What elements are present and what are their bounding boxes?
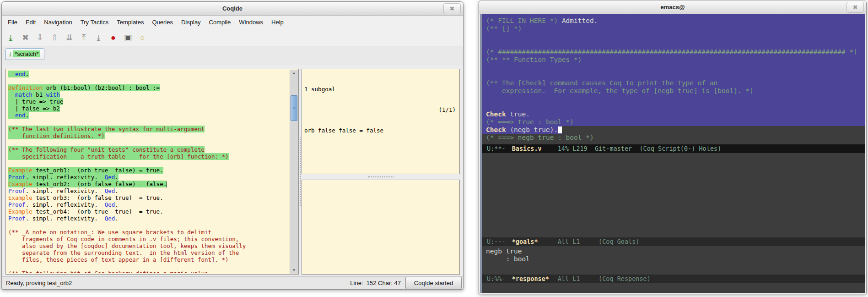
emacs-line[interactable]: ▸(* ===> negb true : bool *) — [482, 134, 865, 142]
menu-compile[interactable]: Compile — [205, 16, 235, 28]
code-line[interactable]: Example test_orb1: (orb true false) = tr… — [8, 167, 289, 174]
scrollbar-down-icon[interactable]: ▼ — [290, 267, 298, 274]
code-line[interactable]: (** _A note on notation_: We use square … — [8, 229, 289, 236]
desktop: { "coqide": { "title": "CoqIde", "close_… — [0, 0, 868, 297]
emacs-line[interactable]: Check true. — [482, 110, 865, 118]
code-line[interactable]: end. — [8, 71, 289, 77]
emacs-window-title: emacs@ — [660, 4, 685, 11]
code-line[interactable]: files, these pieces of text appear in a … — [8, 256, 289, 263]
emacs-line[interactable]: (** ** Function Types *) — [482, 56, 865, 64]
menu-try-tactics[interactable]: Try Tactics — [76, 16, 113, 28]
code-line[interactable] — [8, 139, 289, 146]
goal-counter: (1/1) — [439, 106, 456, 113]
code-line[interactable] — [8, 160, 289, 167]
code-line[interactable]: (** The following bit of Coq hackery def… — [8, 270, 289, 273]
code-line[interactable]: specification -- a truth table -- for th… — [8, 153, 289, 160]
coqide-titlebar[interactable]: CoqIde ✖ — [2, 2, 463, 16]
menu-queries[interactable]: Queries — [148, 16, 177, 28]
tab-label: *scratch* — [13, 50, 40, 57]
code-line[interactable]: (** The last two illustrate the syntax f… — [8, 126, 289, 132]
code-line[interactable] — [8, 77, 289, 84]
emacs-close-icon[interactable]: ✖ — [846, 2, 864, 13]
emacs-line[interactable]: Check (negb true). — [482, 126, 865, 134]
emacs-buffer[interactable]: (* FILL IN HERE *) Admitted.(** [] *) (*… — [482, 17, 865, 144]
code-line[interactable]: Example test_orb3: (orb false true) = tr… — [8, 194, 289, 201]
code-line[interactable]: Proof. simpl. reflexivity. Qed. — [8, 215, 289, 222]
response-line: : bool — [482, 255, 865, 263]
menu-file[interactable]: File — [4, 16, 22, 28]
menu-navigation[interactable]: Navigation — [40, 16, 76, 28]
script-editor-panel[interactable]: end. Definition orb (b1:bool) (b2:bool) … — [5, 69, 299, 275]
code-line[interactable]: match b1 with — [8, 91, 289, 98]
code-line[interactable]: fragments of Coq code in comments in .v … — [8, 236, 289, 242]
emacs-response-content[interactable]: negb true : bool — [482, 246, 865, 275]
code-line[interactable] — [8, 222, 289, 229]
emacs-line[interactable] — [482, 64, 865, 72]
emacs-line[interactable] — [482, 95, 865, 103]
emacs-line[interactable] — [482, 40, 865, 48]
about-icon[interactable]: ○ — [136, 31, 149, 44]
code-line[interactable]: separate from the surrounding text. In t… — [8, 249, 289, 256]
coqide-window-title: CoqIde — [222, 5, 243, 12]
scrollbar-up-icon[interactable]: ▲ — [290, 70, 298, 77]
code-line[interactable]: Proof. simpl. reflexivity. Qed. — [8, 201, 289, 208]
emacs-cursor — [558, 126, 562, 133]
code-line[interactable]: Example test_orb2: (orb false false) = f… — [8, 181, 289, 187]
code-line[interactable]: | true => true — [8, 98, 289, 105]
editor-scrollbar[interactable]: ▲ ≡ ▼ — [290, 70, 298, 274]
menu-help[interactable]: Help — [267, 16, 288, 28]
code-line[interactable]: Definition orb (b1:bool) (b2:bool) : boo… — [8, 84, 289, 91]
emacs-line[interactable] — [482, 72, 865, 79]
close-icon[interactable]: ✖ — [19, 31, 32, 44]
emacs-line[interactable] — [482, 103, 865, 110]
step-backward-icon[interactable]: ⇧ — [49, 31, 61, 44]
hide-goals-icon[interactable]: ▣ — [122, 31, 134, 44]
emacs-windows: (* FILL IN HERE *) Admitted.(** [] *) (*… — [482, 14, 865, 293]
menu-edit[interactable]: Edit — [22, 16, 40, 28]
code-line[interactable]: end. — [8, 112, 289, 119]
coqide-toolbar: ⤓✖⇩⇧⇊⤒⤓●▣○ — [2, 29, 463, 46]
code-line[interactable]: function definitions. *) — [8, 132, 289, 139]
step-forward-icon[interactable]: ⇩ — [34, 31, 46, 44]
emacs-line[interactable]: (* #####################################… — [482, 48, 865, 56]
interrupt-icon[interactable]: ● — [107, 31, 119, 44]
text-cursor — [167, 182, 167, 187]
minibuffer[interactable] — [482, 283, 865, 293]
goals-panel: 1 subgoal ______________________________… — [302, 69, 460, 174]
code-line[interactable]: Proof. simpl. reflexivity. Qed. — [8, 187, 289, 194]
code-line[interactable] — [8, 119, 289, 126]
menu-windows[interactable]: Windows — [235, 16, 267, 28]
emacs-line[interactable] — [482, 33, 865, 40]
code-line[interactable]: Proof. simpl. reflexivity. Qed. — [8, 174, 289, 181]
coqide-editor[interactable]: end. Definition orb (b1:bool) (b2:bool) … — [8, 71, 289, 273]
scrollbar-thumb[interactable]: ≡ — [291, 95, 297, 121]
subgoal-header: 1 subgoal — [304, 86, 457, 93]
code-line[interactable]: also used by the [coqdoc] documentation … — [8, 242, 289, 249]
horizontal-pane-splitter[interactable] — [302, 174, 460, 180]
emacs-line[interactable]: (** The [Check] command causes Coq to pr… — [482, 79, 865, 87]
menu-display[interactable]: Display — [177, 16, 205, 28]
code-line[interactable]: | false => b2 — [8, 105, 289, 112]
fringe-arrow-icon: ▸ — [482, 135, 483, 143]
right-panes: 1 subgoal ______________________________… — [302, 69, 460, 275]
code-line[interactable]: (** The following four "unit tests" cons… — [8, 146, 289, 153]
restart-icon[interactable]: ⤒ — [78, 31, 90, 44]
emacs-line[interactable]: (* ===> true : bool *) — [482, 118, 865, 126]
emacs-goals-window[interactable] — [482, 153, 865, 237]
menu-templates[interactable]: Templates — [113, 16, 148, 28]
emacs-titlebar[interactable]: emacs@ ✖ — [479, 0, 866, 14]
emacs-line[interactable]: expression. For example, the type of [ne… — [482, 87, 865, 95]
modeline-basics: U:**- Basics.v 14% L219 Git-master (Coq … — [482, 144, 865, 153]
emacs-line[interactable]: (** [] *) — [482, 25, 865, 33]
coqide-close-icon[interactable]: ✖ — [443, 3, 461, 14]
code-line[interactable] — [8, 263, 289, 270]
run-to-end-icon[interactable]: ⤓ — [92, 31, 105, 44]
emacs-frame: (* FILL IN HERE *) Admitted.(** [] *) (*… — [480, 14, 865, 293]
tab-scratch[interactable]: ⤓ *scratch* — [5, 48, 44, 60]
emacs-line[interactable]: (* FILL IN HERE *) Admitted. — [482, 17, 865, 25]
coqide-started-button[interactable]: CoqIde started — [405, 277, 462, 289]
run-to-cursor-icon[interactable]: ⇊ — [63, 31, 75, 44]
code-line[interactable]: Example test_orb4: (orb true true) = tru… — [8, 208, 289, 215]
status-message: Ready, proving test_orb2 — [2, 280, 72, 286]
save-icon[interactable]: ⤓ — [5, 31, 17, 44]
